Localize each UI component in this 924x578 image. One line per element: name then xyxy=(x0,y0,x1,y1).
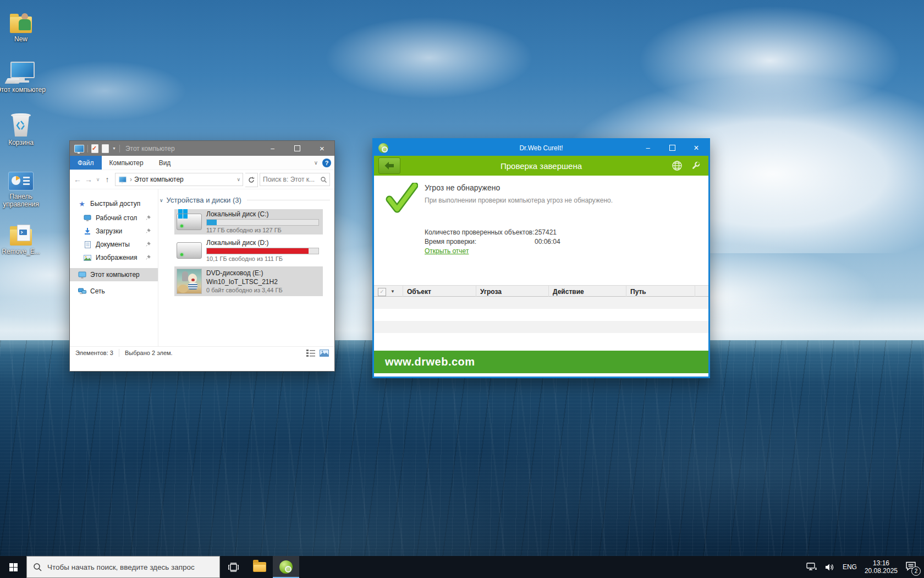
search-input[interactable]: Поиск в: Этот к... xyxy=(260,173,330,186)
dvd-drive-item[interactable]: DVD-дисковод (E:) Win10_IoT_LTSC_21H2 0 … xyxy=(174,266,323,296)
recent-locations-icon[interactable]: ∨ xyxy=(94,177,102,182)
drive-name: Локальный диск (D:) xyxy=(206,239,319,247)
drweb-taskbar-button[interactable] xyxy=(273,556,299,578)
column-header-action[interactable]: Действие xyxy=(548,286,626,297)
column-header-object[interactable]: Объект xyxy=(403,286,476,297)
tray-date: 20.08.2025 xyxy=(865,567,898,575)
explorer-body: ★ Быстрый доступ Рабочий стол Загрузки Д… xyxy=(70,189,334,359)
desktop-icon-label: Корзина xyxy=(0,139,46,146)
task-view-button[interactable] xyxy=(220,556,246,578)
drive-c-item[interactable]: Локальный диск (C:) 117 ГБ свободно из 1… xyxy=(174,209,323,235)
language-globe-icon[interactable] xyxy=(672,160,683,171)
maximize-button[interactable] xyxy=(285,141,310,156)
collapse-icon[interactable]: ∨ xyxy=(160,198,163,203)
stat-label: Время проверки: xyxy=(425,238,476,246)
tray-time: 13:16 xyxy=(873,559,889,567)
address-dropdown-icon[interactable]: ∨ xyxy=(237,177,240,182)
refresh-button[interactable] xyxy=(245,173,258,187)
start-button[interactable] xyxy=(0,556,26,578)
group-header-devices[interactable]: ∨ Устройства и диски (3) xyxy=(160,196,330,204)
close-button[interactable]: × xyxy=(310,141,334,156)
table-row xyxy=(374,321,708,333)
drive-d-item[interactable]: Локальный диск (D:) 10,1 ГБ свободно из … xyxy=(174,238,323,263)
sidebar-item-downloads[interactable]: Загрузки xyxy=(70,225,158,238)
sidebar-item-network[interactable]: Сеть xyxy=(70,285,158,298)
picture-icon xyxy=(83,255,92,261)
network-icon[interactable] xyxy=(806,563,817,571)
details-view-icon[interactable] xyxy=(306,350,315,357)
tab-computer[interactable]: Компьютер xyxy=(102,156,151,170)
action-center-button[interactable]: 2 xyxy=(905,561,916,573)
quick-access-toolbar: ✓ ▼ xyxy=(70,144,120,153)
capacity-bar xyxy=(206,219,319,226)
explorer-titlebar[interactable]: ✓ ▼ Этот компьютер – × xyxy=(70,141,334,156)
select-all-checkbox[interactable]: ✓ xyxy=(378,288,386,296)
tab-view[interactable]: Вид xyxy=(151,156,179,170)
back-button[interactable]: ← xyxy=(72,175,83,184)
desktop-icon-label: New xyxy=(0,35,46,43)
maximize-icon xyxy=(669,145,675,151)
ribbon-expand-icon[interactable]: ∨ xyxy=(314,160,318,166)
desktop-icon-this-pc[interactable]: Этот компьютер xyxy=(0,57,46,94)
settings-wrench-icon[interactable] xyxy=(690,161,701,171)
sidebar-item-label: Документы xyxy=(96,241,130,248)
drive-free-space: 117 ГБ свободно из 127 ГБ xyxy=(206,227,319,233)
search-icon xyxy=(34,563,42,571)
desktop-icon-recycle-bin[interactable]: Корзина xyxy=(0,110,46,146)
drive-name: DVD-дисковод (E:) xyxy=(206,269,283,277)
column-header-path[interactable]: Путь xyxy=(626,286,695,297)
drive-free-space: 10,1 ГБ свободно из 111 ГБ xyxy=(206,255,319,262)
group-header-label: Устройства и диски (3) xyxy=(167,196,241,204)
sidebar-item-desktop[interactable]: Рабочий стол xyxy=(70,211,158,225)
search-placeholder: Поиск в: Этот к... xyxy=(263,176,318,183)
minimize-button[interactable]: – xyxy=(636,140,660,156)
help-icon[interactable]: ? xyxy=(322,159,331,167)
breadcrumb[interactable]: Этот компьютер xyxy=(134,176,184,183)
desktop-icon-control-panel[interactable]: Панель управления xyxy=(0,164,46,208)
sidebar-item-this-pc[interactable]: Этот компьютер xyxy=(70,268,158,281)
properties-icon[interactable]: ✓ xyxy=(91,144,98,153)
drweb-titlebar[interactable]: Dr.Web CureIt! – × xyxy=(374,140,708,156)
up-button[interactable]: ↑ xyxy=(102,175,113,184)
sidebar-item-pictures[interactable]: Изображения xyxy=(70,251,158,264)
new-folder-icon[interactable] xyxy=(102,144,109,153)
desktop-icon-remove-script[interactable]: Remove_E... xyxy=(0,219,46,255)
close-button[interactable]: × xyxy=(684,140,708,156)
forward-button[interactable]: → xyxy=(83,175,94,184)
sidebar-item-quick-access[interactable]: ★ Быстрый доступ xyxy=(70,197,158,210)
search-icon[interactable] xyxy=(321,177,327,183)
file-explorer-button[interactable] xyxy=(246,556,273,578)
star-icon: ★ xyxy=(78,200,86,208)
notification-badge: 2 xyxy=(911,566,921,576)
status-bar: Элементов: 3 Выбрано 2 элем. xyxy=(70,346,334,359)
tab-file[interactable]: Файл xyxy=(70,156,102,170)
maximize-button[interactable] xyxy=(660,140,684,156)
hard-drive-icon xyxy=(177,242,202,259)
thumbnails-view-icon[interactable] xyxy=(320,350,329,357)
drweb-site-link[interactable]: www.drweb.com xyxy=(385,356,475,368)
pin-icon xyxy=(146,214,151,222)
scan-status-title: Проверка завершена xyxy=(374,161,708,171)
stat-value: 00:06:04 xyxy=(535,238,560,246)
sidebar-item-label: Сеть xyxy=(90,287,105,295)
address-bar[interactable]: › Этот компьютер ∨ xyxy=(115,173,243,186)
column-header-threat[interactable]: Угроза xyxy=(476,286,548,297)
back-button[interactable] xyxy=(378,157,400,174)
taskbar-search-input[interactable]: Чтобы начать поиск, введите здесь запрос xyxy=(26,556,220,578)
language-indicator[interactable]: ENG xyxy=(843,563,857,571)
sidebar-item-documents[interactable]: Документы xyxy=(70,238,158,251)
breadcrumb-chevron-icon: › xyxy=(130,176,132,183)
computer-icon xyxy=(119,176,127,182)
volume-icon[interactable] xyxy=(825,563,835,571)
table-row xyxy=(374,309,708,321)
desktop-icon-label: Панель управления xyxy=(0,193,46,208)
qat-customize-icon[interactable]: ▼ xyxy=(112,146,116,150)
desktop-icon-new[interactable]: New xyxy=(0,7,46,43)
back-arrow-icon xyxy=(384,161,395,170)
window-title: Этот компьютер xyxy=(125,145,175,152)
success-check-icon xyxy=(385,183,418,215)
clock[interactable]: 13:16 20.08.2025 xyxy=(865,559,898,575)
checkbox-dropdown-icon[interactable]: ▼ xyxy=(391,289,395,294)
open-report-link[interactable]: Открыть отчет xyxy=(425,247,469,255)
minimize-button[interactable]: – xyxy=(260,141,285,156)
